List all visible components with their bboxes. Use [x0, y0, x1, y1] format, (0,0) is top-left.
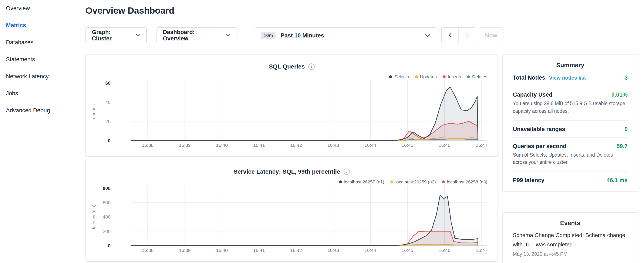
page-title: Overview Dashboard [86, 6, 174, 16]
summary-row: Capacity Used0.01%You are using 28.6 MiB… [513, 86, 628, 121]
chevron-down-icon [226, 34, 230, 37]
svg-text:16:38: 16:38 [142, 248, 154, 253]
summary-row-header: P99 latency46.1 ms [513, 177, 628, 184]
svg-text:16:46: 16:46 [438, 143, 450, 148]
view-nodes-list-link[interactable]: View nodes list [549, 75, 586, 81]
svg-text:200: 200 [103, 229, 110, 234]
summary-row: Unavailable ranges0 [513, 121, 628, 138]
summary-panel: Summary Total NodesView nodes list3Capac… [502, 55, 638, 192]
summary-metric-value: 0 [624, 126, 628, 132]
sidebar-item-advanced-debug[interactable]: Advanced Debug [0, 102, 79, 119]
sidebar-item-network-latency[interactable]: Network Latency [0, 68, 79, 85]
svg-text:16:40: 16:40 [216, 143, 228, 148]
prev-time-window-button[interactable] [442, 28, 458, 43]
time-window-badge: 10m [261, 32, 276, 39]
svg-text:800: 800 [103, 185, 110, 191]
svg-text:400: 400 [103, 214, 110, 220]
chevron-left-icon [448, 33, 452, 38]
svg-text:60: 60 [106, 80, 110, 86]
graph-dropdown-label: Graph: Cluster [92, 29, 132, 42]
svg-text:16:42: 16:42 [290, 143, 302, 148]
svg-text:16:44: 16:44 [364, 143, 376, 148]
svg-text:latency (ms): latency (ms) [91, 205, 96, 229]
svg-text:16:45: 16:45 [402, 248, 413, 253]
now-button[interactable]: Now [479, 27, 504, 43]
chevron-down-icon [136, 34, 140, 37]
svg-text:20: 20 [106, 119, 110, 124]
dashboard-dropdown-label: Dashboard: Overview [163, 29, 222, 42]
service-latency-plot: 020040060080016:3816:3916:4016:4116:4216… [86, 160, 498, 261]
svg-text:16:39: 16:39 [179, 248, 190, 253]
sql-queries-plot: 020406016:3816:3916:4016:4116:4216:4316:… [86, 55, 498, 156]
svg-text:16:47: 16:47 [476, 143, 488, 148]
summary-row-header: Unavailable ranges0 [513, 126, 628, 132]
sidebar-nav: OverviewMetricsDatabasesStatementsNetwor… [0, 0, 79, 263]
svg-text:16:46: 16:46 [438, 248, 450, 253]
chevron-down-icon [425, 34, 430, 37]
svg-text:16:41: 16:41 [253, 248, 265, 253]
summary-row: Total NodesView nodes list3 [513, 69, 628, 86]
summary-row-header: Queries per second59.7 [513, 143, 628, 149]
service-latency-panel: Service Latency: SQL, 99th percentile i … [86, 160, 498, 262]
summary-row-header: Capacity Used0.01% [513, 92, 628, 98]
summary-metric-value: 3 [624, 75, 628, 81]
svg-text:16:43: 16:43 [328, 248, 339, 253]
next-time-window-button[interactable] [458, 28, 475, 43]
sql-queries-panel: SQL Queries i SelectsUpdatesInsertsDelet… [86, 55, 498, 157]
summary-metric-label: Queries per second [513, 143, 566, 149]
svg-text:600: 600 [103, 200, 110, 205]
summary-row: P99 latency46.1 ms [513, 172, 628, 189]
event-text: Schema Change Completed: Schema change w… [513, 231, 628, 249]
svg-text:0: 0 [108, 138, 110, 143]
summary-metric-label: Unavailable ranges [513, 126, 565, 132]
svg-text:queries: queries [91, 105, 96, 119]
svg-text:16:44: 16:44 [364, 248, 376, 253]
svg-text:16:47: 16:47 [476, 248, 488, 253]
summary-row-header: Total NodesView nodes list3 [513, 75, 628, 81]
summary-metric-value: 0.01% [611, 92, 628, 98]
summary-rows: Total NodesView nodes list3Capacity Used… [502, 69, 638, 191]
events-list: Schema Change Completed: Schema change w… [502, 231, 638, 263]
dashboard-dropdown[interactable]: Dashboard: Overview [156, 27, 236, 43]
svg-text:16:43: 16:43 [328, 143, 339, 148]
sidebar-item-jobs[interactable]: Jobs [0, 85, 79, 102]
summary-title: Summary [502, 62, 638, 69]
svg-text:16:38: 16:38 [142, 143, 154, 148]
svg-text:16:41: 16:41 [253, 143, 265, 148]
time-window-label: Past 10 Minutes [281, 32, 324, 39]
summary-metric-label: P99 latency [513, 177, 544, 184]
svg-text:16:39: 16:39 [179, 143, 190, 148]
sidebar-item-databases[interactable]: Databases [0, 34, 79, 51]
summary-row: Queries per second59.7Sum of Selects, Up… [513, 138, 628, 172]
svg-text:16:45: 16:45 [402, 143, 413, 148]
svg-text:16:42: 16:42 [290, 248, 302, 253]
time-window-dropdown[interactable]: 10m Past 10 Minutes [255, 27, 436, 43]
summary-metric-value: 46.1 ms [606, 177, 628, 184]
summary-metric-label: Capacity Used [513, 92, 552, 98]
sidebar-item-overview[interactable]: Overview [0, 0, 79, 17]
event-timestamp: May 13, 2020 at 4:45 PM [513, 251, 628, 256]
graph-dropdown[interactable]: Graph: Cluster [86, 27, 147, 43]
svg-text:0: 0 [108, 243, 110, 248]
time-window-pager [442, 27, 476, 43]
events-title: Events [502, 220, 638, 226]
admin-ui-root: OverviewMetricsDatabasesStatementsNetwor… [0, 0, 644, 263]
summary-metric-label: Total Nodes [513, 75, 545, 81]
svg-text:16:40: 16:40 [216, 248, 228, 253]
events-panel: Events Schema Change Completed: Schema c… [502, 212, 638, 263]
summary-metric-description: You are using 28.6 MiB of 515.9 GiB usab… [513, 100, 628, 115]
sidebar-item-metrics[interactable]: Metrics [0, 17, 79, 34]
summary-metric-value: 59.7 [616, 143, 628, 149]
chevron-right-icon [465, 33, 469, 38]
svg-text:40: 40 [106, 100, 110, 105]
sidebar-item-statements[interactable]: Statements [0, 51, 79, 68]
summary-metric-description: Sum of Selects, Updates, Inserts, and De… [513, 151, 628, 166]
